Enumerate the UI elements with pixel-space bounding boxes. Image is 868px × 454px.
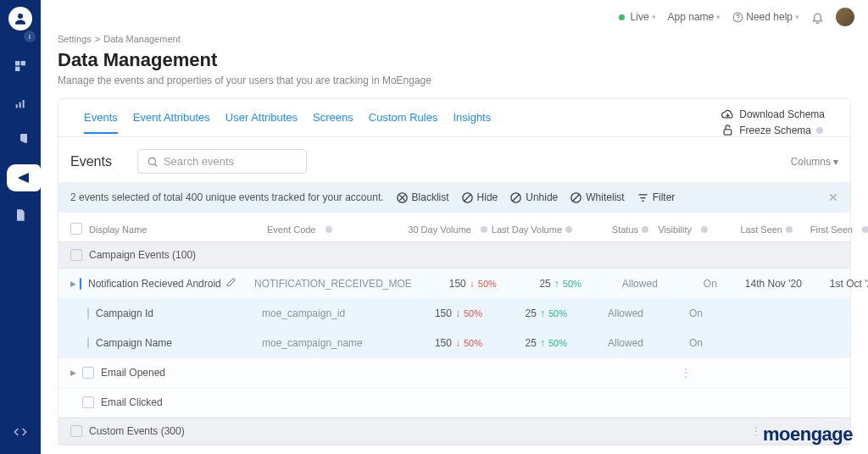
tabs: Events Event Attributes User Attributes … [84,111,491,134]
hide-button[interactable]: Hide [461,191,498,204]
event-name: Email Opened [101,367,279,379]
freeze-schema-button[interactable]: Freeze Schema [721,124,825,136]
unhide-icon [509,191,522,204]
user-avatar[interactable] [836,8,854,26]
info-icon [481,226,487,233]
event-row: ▶ Notification Recieved Android NOTIFICA… [58,269,850,299]
svg-point-10 [148,158,155,164]
search-icon [147,156,159,168]
filter-icon [637,191,649,204]
top-bar: Live▾ App name▾ Need help▾ [41,0,868,34]
page-title: Data Management [58,49,851,71]
left-sidebar: i [0,0,41,454]
row-menu-button[interactable]: ⋮ [864,307,868,319]
row-checkbox[interactable] [82,367,94,379]
attribute-code: moe_campaign_id [262,307,398,319]
event-row: ▶ Email Opened ⋮ [58,358,850,388]
info-icon [786,226,793,233]
unhide-button[interactable]: Unhide [509,191,558,204]
event-code: NOTIFICATION_RECEIVED_MOE [254,278,412,290]
col-visibility[interactable]: Visibility [648,224,708,235]
group-campaign-events[interactable]: Campaign Events (100) [58,241,850,269]
edit-icon[interactable] [226,277,236,290]
nav-campaigns[interactable] [7,164,41,191]
nav-analytics[interactable] [7,90,34,117]
columns-dropdown[interactable]: Columns▾ [791,156,838,168]
svg-point-0 [18,14,23,19]
blacklist-button[interactable]: Blacklist [396,191,449,204]
whitelist-button[interactable]: Whitelist [570,191,624,204]
whitelist-icon [570,191,582,204]
chevron-down-icon: ▾ [795,13,799,21]
svg-rect-4 [16,104,18,108]
col-first-seen[interactable]: First Seen [793,224,868,235]
breadcrumb-root[interactable]: Settings [58,34,92,44]
help-menu[interactable]: Need help▾ [732,11,799,23]
expand-toggle[interactable]: ▶ [70,368,79,377]
col-display-name[interactable]: Display Name [89,224,267,235]
arrow-up-icon: ↑ [554,278,559,290]
row-menu-button[interactable]: ⋮ [676,367,696,379]
event-attribute-row: Campaign Id moe_campaign_id 150↓50% 25↑5… [58,299,850,329]
row-menu-button[interactable]: ⋮ [864,337,868,349]
group-checkbox[interactable] [70,425,82,437]
svg-rect-5 [19,102,21,108]
page-description: Manage the events and properties of your… [58,75,851,86]
env-switcher[interactable]: Live▾ [619,11,656,23]
row-checkbox[interactable] [82,396,94,408]
blacklist-icon [396,191,409,204]
section-title: Events [70,154,112,169]
app-logo[interactable] [8,7,32,30]
search-input[interactable]: Search events [137,149,307,174]
col-status[interactable]: Status [572,224,648,235]
tab-insights[interactable]: Insights [453,111,491,134]
row-menu-button[interactable]: ⋮ [751,425,761,437]
nav-pie[interactable] [7,127,34,154]
col-last-seen[interactable]: Last Seen [708,224,793,235]
arrow-down-icon: ↓ [470,278,475,290]
tab-user-attributes[interactable]: User Attributes [225,111,298,134]
col-30day[interactable]: 30 Day Volume [403,224,487,235]
nav-dashboard[interactable] [7,53,34,80]
attribute-name: Campaign Id [96,307,262,319]
info-icon [642,226,648,233]
tab-screens[interactable]: Screens [313,111,353,134]
breadcrumb: Settings>Data Management [58,34,851,44]
notifications-button[interactable] [811,11,824,24]
col-event-code[interactable]: Event Code [267,224,403,235]
info-icon [326,226,332,233]
event-attribute-row: Campaign Name moe_campaign_name 150↓50% … [58,329,850,358]
svg-rect-1 [15,61,19,65]
arrow-up-icon: ↑ [540,337,545,349]
svg-rect-3 [15,67,19,71]
app-switcher[interactable]: App name▾ [668,11,721,23]
tab-events[interactable]: Events [84,111,118,134]
lock-open-icon [721,124,734,136]
info-icon [862,226,868,233]
live-indicator-dot [619,14,625,20]
info-icon [816,127,823,134]
arrow-down-icon: ↓ [455,307,460,319]
info-icon [565,226,572,233]
nav-content[interactable] [7,202,34,229]
selection-toolbar: 2 events selected of total 400 unique ev… [58,182,850,213]
svg-rect-6 [23,100,25,108]
download-schema-button[interactable]: Download Schema [721,108,825,120]
attribute-code: moe_campaign_name [262,337,398,349]
select-all-checkbox[interactable] [70,223,82,235]
row-checkbox[interactable] [80,278,81,290]
row-checkbox[interactable] [87,307,89,319]
row-checkbox[interactable] [87,337,89,349]
arrow-up-icon: ↑ [540,307,545,319]
tab-custom-rules[interactable]: Custom Rules [369,111,438,134]
group-custom-events[interactable]: Custom Events (300) ⋮ [58,418,850,445]
expand-toggle[interactable]: ▶ [70,280,76,288]
close-selection-button[interactable]: ✕ [828,191,838,204]
col-lastday[interactable]: Last Day Volume [487,224,572,235]
tab-event-attributes[interactable]: Event Attributes [133,111,210,134]
group-checkbox[interactable] [70,249,82,261]
filter-button[interactable]: Filter [637,191,676,204]
nav-code[interactable] [7,418,34,446]
breadcrumb-leaf: Data Management [103,34,181,44]
chevron-down-icon: ▾ [652,13,656,21]
